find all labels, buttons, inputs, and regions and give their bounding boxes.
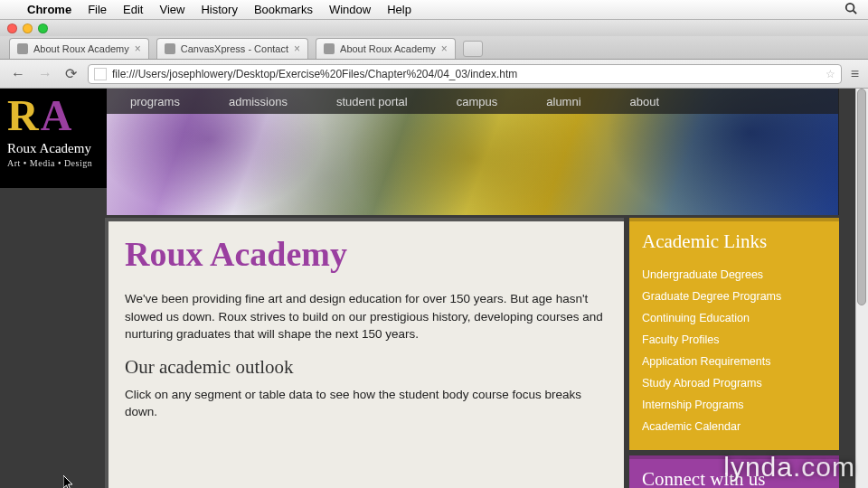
back-button[interactable]: ← [9,66,27,82]
scrollbar-track[interactable] [855,89,868,488]
tab-close-icon[interactable]: × [294,42,300,55]
section-paragraph: Click on any segment or table data to se… [125,386,608,421]
menubar-item-file[interactable]: File [88,3,107,16]
site-logo[interactable]: RA Roux Academy Art • Media • Design [0,89,107,188]
watermark-brand: lynda [723,452,793,482]
reload-button[interactable]: ⟳ [63,65,79,82]
new-tab-button[interactable] [463,41,483,57]
logo-subtitle: Art • Media • Design [7,158,99,168]
browser-toolbar: ← → ⟳ file:///Users/josephlowery/Desktop… [0,60,868,89]
watermark-suffix: .com [793,452,855,482]
tab-close-icon[interactable]: × [135,42,141,55]
academic-link[interactable]: Application Requirements [642,351,826,372]
nav-admissions[interactable]: admissions [229,95,288,108]
nav-campus[interactable]: campus [457,95,498,108]
browser-tabstrip: About Roux Academy × CanvasXpress - Cont… [0,36,868,60]
window-minimize-button[interactable] [23,23,33,33]
favicon-icon [324,43,335,54]
tab-title: About Roux Academy [340,43,436,54]
academic-link[interactable]: Continuing Education [642,307,826,329]
intro-paragraph: We've been providing fine art and design… [125,290,608,343]
url-bar[interactable]: file:///Users/josephlowery/Desktop/Exerc… [88,64,842,84]
menubar-app-name[interactable]: Chrome [27,3,71,16]
window-maximize-button[interactable] [38,23,48,33]
nav-about[interactable]: about [630,95,660,108]
menubar-item-window[interactable]: Window [329,3,371,16]
logo-name: Roux Academy [7,141,99,156]
menubar-item-help[interactable]: Help [387,3,411,16]
academic-links-list: Undergraduate Degrees Graduate Degree Pr… [642,264,826,437]
scrollbar-thumb[interactable] [857,89,866,305]
lynda-watermark: lynda.com [723,452,855,483]
page-viewport: RA Roux Academy Art • Media • Design pro… [0,89,868,488]
browser-tab[interactable]: CanvasXpress - Contact × [156,38,308,59]
mouse-cursor-icon [63,475,74,488]
tab-title: CanvasXpress - Contact [181,43,288,54]
spotlight-search-icon[interactable] [844,2,857,17]
nav-programs[interactable]: programs [130,95,180,108]
browser-tab[interactable]: About Roux Academy × [9,38,149,59]
panel-title: Academic Links [642,230,826,253]
section-heading: Our academic outlook [125,356,608,379]
page-icon [94,68,107,80]
bookmark-star-icon[interactable]: ☆ [826,68,835,80]
url-text: file:///Users/josephlowery/Desktop/Exerc… [112,68,517,80]
window-titlebar [0,20,868,36]
academic-link[interactable]: Study Abroad Programs [642,372,826,394]
academic-link[interactable]: Internship Programs [642,394,826,416]
forward-button[interactable]: → [36,66,54,82]
chrome-menu-button[interactable]: ≡ [851,66,859,82]
tab-close-icon[interactable]: × [441,42,448,55]
page-title: Roux Academy [125,234,608,274]
menubar-item-view[interactable]: View [159,3,184,16]
main-nav: programs admissions student portal campu… [107,89,838,114]
logo-monogram: RA [7,94,99,137]
svg-point-0 [846,4,854,12]
menubar-item-bookmarks[interactable]: Bookmarks [254,3,313,16]
menubar-item-history[interactable]: History [201,3,237,16]
browser-window: About Roux Academy × CanvasXpress - Cont… [0,20,868,488]
academic-link[interactable]: Undergraduate Degrees [642,264,826,286]
academic-link[interactable]: Faculty Profiles [642,329,826,351]
favicon-icon [165,43,175,54]
main-content: Roux Academy We've been providing fine a… [105,218,624,488]
page-header-banner: programs admissions student portal campu… [107,89,839,215]
svg-line-1 [854,11,857,14]
nav-student-portal[interactable]: student portal [336,95,408,108]
favicon-icon [17,43,28,54]
academic-link[interactable]: Graduate Degree Programs [642,286,826,307]
mac-menubar: Chrome File Edit View History Bookmarks … [0,0,868,20]
academic-link[interactable]: Academic Calendar [642,416,826,437]
window-close-button[interactable] [7,23,17,33]
menubar-item-edit[interactable]: Edit [123,3,143,16]
browser-tab[interactable]: About Roux Academy × [316,38,456,59]
tab-title: About Roux Academy [33,43,129,54]
academic-links-panel: Academic Links Undergraduate Degrees Gra… [629,218,839,450]
nav-alumni[interactable]: alumni [546,95,580,108]
